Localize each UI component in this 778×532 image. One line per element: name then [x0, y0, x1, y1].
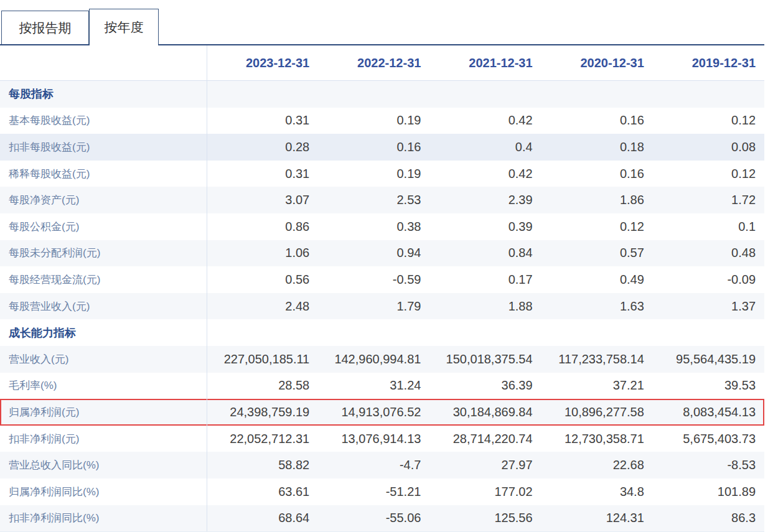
table-row[interactable]: 营业总收入同比(%)58.82-4.727.9722.68-8.53 — [0, 452, 764, 478]
table-row[interactable]: 每股营业收入(元)2.481.791.881.631.37 — [0, 293, 764, 320]
cell-value: 68.64 — [207, 511, 318, 525]
cell-value: 0.17 — [429, 273, 541, 287]
table-row[interactable]: 每股经营现金流(元)0.56-0.590.170.49-0.09 — [0, 266, 764, 293]
cell-value: 0.49 — [541, 273, 653, 287]
cell-value: 0.38 — [318, 220, 429, 234]
cell-value: 1.88 — [429, 299, 541, 314]
row-label: 每股未分配利润(元) — [0, 246, 207, 260]
section-title: 每股指标 — [0, 86, 207, 101]
table-header-row: 2023-12-312022-12-312021-12-312020-12-31… — [0, 45, 764, 81]
column-header: 2022-12-31 — [318, 56, 429, 70]
financial-indicators-panel: 按报告期 按年度 2023-12-312022-12-312021-12-312… — [0, 0, 778, 532]
cell-value: 63.61 — [207, 485, 318, 499]
section-header-row: 成长能力指标 — [0, 319, 764, 346]
row-label: 扣非净利润(元) — [0, 432, 207, 446]
table-row[interactable]: 毛利率(%)28.5831.2436.3937.2139.53 — [0, 373, 764, 399]
row-label: 每股经营现金流(元) — [0, 273, 207, 287]
cell-value: 0.4 — [429, 140, 541, 154]
cell-value: 0.12 — [653, 167, 764, 181]
cell-value: 10,896,277.58 — [541, 405, 653, 419]
cell-value: -0.09 — [653, 273, 764, 287]
cell-value: 0.42 — [429, 113, 541, 128]
row-label: 基本每股收益(元) — [0, 113, 207, 128]
cell-value: 0.84 — [429, 246, 541, 260]
cell-value: 0.19 — [318, 113, 429, 128]
cell-value: 150,018,375.54 — [429, 352, 541, 366]
cell-value: 0.16 — [541, 167, 653, 181]
indicators-table: 2023-12-312022-12-312021-12-312020-12-31… — [0, 45, 764, 532]
row-label: 毛利率(%) — [0, 378, 207, 393]
tab-bar: 按报告期 按年度 — [0, 0, 764, 45]
cell-value: 0.1 — [653, 220, 764, 234]
cell-value: -55.06 — [318, 511, 429, 525]
cell-value: 0.12 — [541, 220, 653, 234]
cell-value: -0.59 — [318, 273, 429, 287]
table-row[interactable]: 每股净资产(元)3.072.532.391.861.72 — [0, 187, 764, 213]
tab-by-year[interactable]: 按年度 — [89, 9, 159, 45]
cell-value: 3.07 — [207, 193, 318, 207]
cell-value: 2.39 — [429, 193, 541, 207]
column-header: 2021-12-31 — [429, 56, 541, 70]
table-row[interactable]: 基本每股收益(元)0.310.190.420.160.12 — [0, 108, 764, 134]
table-row[interactable]: 每股未分配利润(元)1.060.940.840.570.48 — [0, 240, 764, 267]
cell-value: 125.56 — [429, 511, 541, 525]
cell-value: 14,913,076.52 — [318, 405, 429, 419]
cell-value: 27.97 — [429, 458, 541, 472]
cell-value: 24,398,759.19 — [207, 405, 318, 419]
cell-value: 31.24 — [318, 378, 429, 393]
row-label: 归属净利润(元) — [0, 405, 207, 419]
cell-value: 86.3 — [653, 511, 764, 525]
table-row[interactable]: 扣非净利润(元)22,052,712.3113,076,914.1328,714… — [0, 426, 764, 452]
row-label: 扣非净利润同比(%) — [0, 511, 207, 525]
column-header: 2019-12-31 — [653, 56, 764, 70]
row-label: 每股营业收入(元) — [0, 299, 207, 314]
row-label: 归属净利润同比(%) — [0, 485, 207, 499]
cell-value: 0.48 — [653, 246, 764, 260]
cell-value: 0.31 — [207, 113, 318, 128]
cell-value: 1.06 — [207, 246, 318, 260]
cell-value: 58.82 — [207, 458, 318, 472]
section-title: 成长能力指标 — [0, 325, 207, 340]
cell-value: 0.16 — [541, 113, 653, 128]
row-label: 扣非每股收益(元) — [0, 140, 207, 154]
cell-value: 1.63 — [541, 299, 653, 314]
table-row[interactable]: 营业收入(元)227,050,185.11142,960,994.81150,0… — [0, 346, 764, 373]
column-header: 2020-12-31 — [541, 56, 653, 70]
cell-value: 39.53 — [653, 378, 764, 393]
cell-value: 0.31 — [207, 167, 318, 181]
table-row-highlighted[interactable]: 归属净利润(元)24,398,759.1914,913,076.5230,184… — [0, 399, 764, 426]
table-row[interactable]: 扣非净利润同比(%)68.64-55.06125.56124.3186.3 — [0, 505, 764, 532]
column-header: 2023-12-31 — [207, 56, 318, 70]
tab-by-report-period[interactable]: 按报告期 — [1, 11, 89, 45]
cell-value: 1.37 — [653, 299, 764, 314]
cell-value: 142,960,994.81 — [318, 352, 429, 366]
cell-value: 1.72 — [653, 193, 764, 207]
row-label: 稀释每股收益(元) — [0, 167, 207, 181]
cell-value: 0.28 — [207, 140, 318, 154]
cell-value: 12,730,358.71 — [541, 432, 653, 446]
row-label: 营业总收入同比(%) — [0, 458, 207, 472]
table-row[interactable]: 每股公积金(元)0.860.380.390.120.1 — [0, 213, 764, 240]
cell-value: 0.94 — [318, 246, 429, 260]
cell-value: 28,714,220.74 — [429, 432, 541, 446]
cell-value: 2.53 — [318, 193, 429, 207]
table-row[interactable]: 扣非每股收益(元)0.280.160.40.180.08 — [0, 134, 764, 161]
table-row[interactable]: 归属净利润同比(%)63.61-51.21177.0234.8101.89 — [0, 478, 764, 505]
cell-value: 34.8 — [541, 485, 653, 499]
cell-value: -4.7 — [318, 458, 429, 472]
cell-value: 2.48 — [207, 299, 318, 314]
cell-value: -8.53 — [653, 458, 764, 472]
cell-value: -51.21 — [318, 485, 429, 499]
cell-value: 28.58 — [207, 378, 318, 393]
cell-value: 124.31 — [541, 511, 653, 525]
cell-value: 117,233,758.14 — [541, 352, 653, 366]
cell-value: 0.42 — [429, 167, 541, 181]
cell-value: 0.18 — [541, 140, 653, 154]
cell-value: 177.02 — [429, 485, 541, 499]
table-row[interactable]: 稀释每股收益(元)0.310.190.420.160.12 — [0, 161, 764, 187]
cell-value: 0.19 — [318, 167, 429, 181]
cell-value: 37.21 — [541, 378, 653, 393]
cell-value: 36.39 — [429, 378, 541, 393]
cell-value: 0.56 — [207, 273, 318, 287]
cell-value: 0.16 — [318, 140, 429, 154]
